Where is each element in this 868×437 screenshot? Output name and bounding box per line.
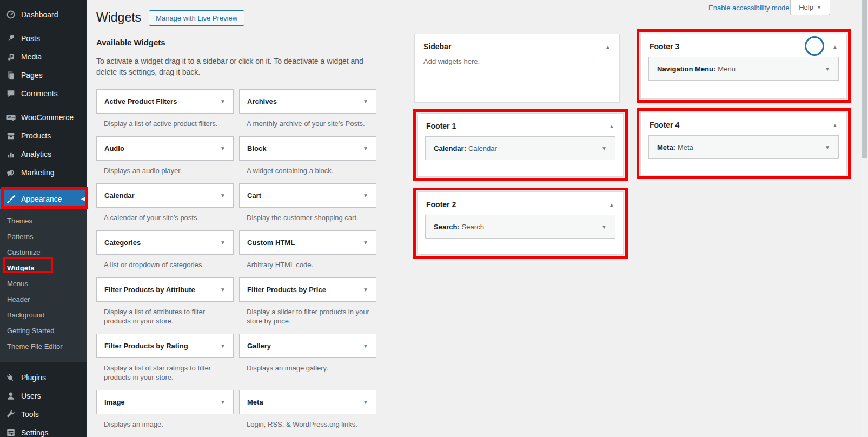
sidebar-item-posts[interactable]: Posts [0, 29, 87, 48]
sidebar-item-woocommerce[interactable]: Woo WooCommerce [0, 108, 87, 127]
widget-entry-search[interactable]: Search:Search ▼ [425, 215, 615, 239]
chevron-down-icon[interactable]: ▼ [601, 224, 607, 230]
widget-card[interactable]: Filter Products by Price ▼ [239, 277, 376, 302]
chevron-up-icon[interactable]: ▲ [609, 202, 614, 208]
sidebar-item-patterns[interactable]: Patterns [0, 229, 87, 244]
sidebar-item-theme-file-editor[interactable]: Theme File Editor [0, 339, 87, 354]
scrollbar-thumb[interactable] [862, 0, 867, 158]
available-widget-cell: Gallery ▼ Displays an image gallery. [239, 334, 376, 390]
sidebar-item-plugins[interactable]: Plugins [0, 368, 87, 387]
chevron-up-icon[interactable]: ▲ [832, 44, 838, 50]
widget-card-title: Filter Products by Price [247, 286, 326, 294]
chevron-down-icon[interactable]: ▼ [363, 98, 368, 104]
chevron-up-icon[interactable]: ▲ [832, 122, 838, 128]
widget-card[interactable]: Custom HTML ▼ [239, 230, 376, 255]
sidebar-item-label: Posts [21, 34, 40, 43]
chevron-down-icon[interactable]: ▼ [220, 98, 226, 104]
widget-card-description: A list or dropdown of categories. [96, 255, 234, 277]
sidebar-item-appearance[interactable]: Appearance ◀ [0, 189, 87, 209]
widget-card-description: Arbitrary HTML code. [239, 255, 376, 277]
widget-area-sidebar-header[interactable]: Sidebar ▲ [415, 34, 619, 56]
widget-card[interactable]: Archives ▼ [239, 89, 376, 114]
sidebar-item-comments[interactable]: Comments [0, 84, 87, 103]
sidebar-item-products[interactable]: Products [0, 127, 87, 145]
widget-card[interactable]: Meta ▼ [239, 390, 376, 414]
sidebar-item-tools[interactable]: Tools [0, 405, 87, 423]
available-widget-cell: Custom HTML ▼ Arbitrary HTML code. [239, 230, 376, 277]
sidebar-item-marketing[interactable]: Marketing [0, 163, 87, 182]
available-widget-cell: Active Product Filters ▼ Display a list … [96, 89, 234, 136]
widget-entry-title: Search [462, 223, 484, 231]
widget-area-title: Footer 2 [426, 200, 456, 209]
chevron-down-icon[interactable]: ▼ [220, 193, 226, 198]
widget-area-footer-3-header[interactable]: Footer 3 ▲ [641, 34, 846, 56]
chevron-down-icon[interactable]: ▼ [363, 343, 368, 349]
sidebar-item-widgets[interactable]: Widgets [0, 260, 87, 276]
sidebar-item-header[interactable]: Header [0, 292, 87, 307]
widget-card-title: Active Product Filters [104, 97, 177, 105]
widget-card-description: A widget containing a block. [239, 161, 376, 183]
widget-area-footer-2-header[interactable]: Footer 2 ▲ [418, 192, 623, 214]
sidebar-item-label: Settings [21, 428, 49, 437]
chevron-up-icon[interactable]: ▲ [609, 123, 614, 129]
widget-card[interactable]: Gallery ▼ [239, 334, 376, 358]
sidebar-item-menus[interactable]: Menus [0, 276, 87, 292]
chevron-down-icon[interactable]: ▼ [825, 66, 830, 72]
widget-area-footer-1-header[interactable]: Footer 1 ▲ [418, 114, 623, 136]
widget-card-title: Filter Products by Attribute [104, 286, 195, 294]
help-tab[interactable]: Help ▼ [790, 0, 830, 15]
available-widget-cell: Archives ▼ A monthly archive of your sit… [239, 89, 376, 136]
widget-card[interactable]: Filter Products by Rating ▼ [96, 334, 234, 358]
available-widgets-panel: Available Widgets To activate a widget d… [96, 38, 376, 437]
chevron-down-icon: ▼ [817, 5, 821, 10]
widget-card[interactable]: Categories ▼ [96, 230, 234, 255]
sidebar-item-getting-started[interactable]: Getting Started [0, 323, 87, 339]
chevron-down-icon[interactable]: ▼ [363, 399, 368, 405]
chevron-down-icon[interactable]: ▼ [220, 343, 226, 349]
widget-card[interactable]: Cart ▼ [239, 183, 376, 208]
chevron-down-icon[interactable]: ▼ [220, 240, 226, 246]
vertical-scrollbar[interactable] [862, 0, 868, 437]
chevron-down-icon[interactable]: ▼ [825, 144, 830, 150]
widget-card[interactable]: Active Product Filters ▼ [96, 89, 234, 114]
widget-card[interactable]: Image ▼ [96, 390, 234, 414]
widget-card-title: Filter Products by Rating [104, 342, 188, 350]
sidebar-item-media[interactable]: Media [0, 48, 87, 66]
chevron-down-icon[interactable]: ▼ [363, 287, 368, 293]
widget-entry-meta[interactable]: Meta:Meta ▼ [648, 135, 839, 159]
sidebar-item-label: Users [21, 392, 41, 400]
widget-area-footer-4-header[interactable]: Footer 4 ▲ [641, 112, 846, 135]
sidebar-item-settings[interactable]: Settings [0, 423, 87, 437]
chevron-up-icon[interactable]: ▲ [605, 44, 611, 50]
chevron-down-icon[interactable]: ▼ [220, 399, 226, 405]
widget-card[interactable]: Audio ▼ [96, 136, 234, 161]
available-widgets-grid: Active Product Filters ▼ Display a list … [96, 89, 376, 437]
chevron-down-icon[interactable]: ▼ [363, 145, 368, 151]
chevron-down-icon[interactable]: ▼ [363, 240, 368, 246]
sidebar-item-background[interactable]: Background [0, 307, 87, 323]
enable-accessibility-link[interactable]: Enable accessibility mode [708, 4, 790, 12]
widget-card[interactable]: Filter Products by Attribute ▼ [96, 277, 234, 302]
sidebar-item-themes[interactable]: Themes [0, 213, 87, 229]
submenu-pointer-icon: ◀ [81, 195, 85, 202]
sidebar-item-dashboard[interactable]: Dashboard [0, 5, 87, 24]
widget-card[interactable]: Calendar ▼ [96, 183, 234, 208]
sidebar-item-users[interactable]: Users [0, 387, 87, 405]
sidebar-item-customize[interactable]: Customize [0, 244, 87, 260]
sidebar-item-analytics[interactable]: Analytics [0, 145, 87, 163]
widget-entry-type: Calendar: [434, 144, 466, 153]
available-widget-cell: Meta ▼ Login, RSS, & WordPress.org links… [239, 390, 376, 437]
widget-area-footer-2: Footer 2 ▲ Search:Search ▼ [417, 191, 624, 255]
chevron-down-icon[interactable]: ▼ [220, 145, 226, 151]
sidebar-item-label: Tools [21, 410, 39, 419]
widget-area-placeholder: Add widgets here. [415, 56, 619, 67]
available-widget-cell: Cart ▼ Display the customer shopping car… [239, 183, 376, 230]
chevron-down-icon[interactable]: ▼ [220, 287, 226, 293]
chevron-down-icon[interactable]: ▼ [363, 193, 368, 198]
sidebar-item-pages[interactable]: Pages [0, 66, 87, 84]
widget-entry-navigation-menu[interactable]: Navigation Menu:Menu ▼ [648, 57, 839, 81]
widget-entry-calendar[interactable]: Calendar:Calendar ▼ [425, 136, 615, 160]
manage-live-preview-button[interactable]: Manage with Live Preview [149, 10, 244, 26]
chevron-down-icon[interactable]: ▼ [601, 145, 607, 151]
widget-card[interactable]: Block ▼ [239, 136, 376, 161]
